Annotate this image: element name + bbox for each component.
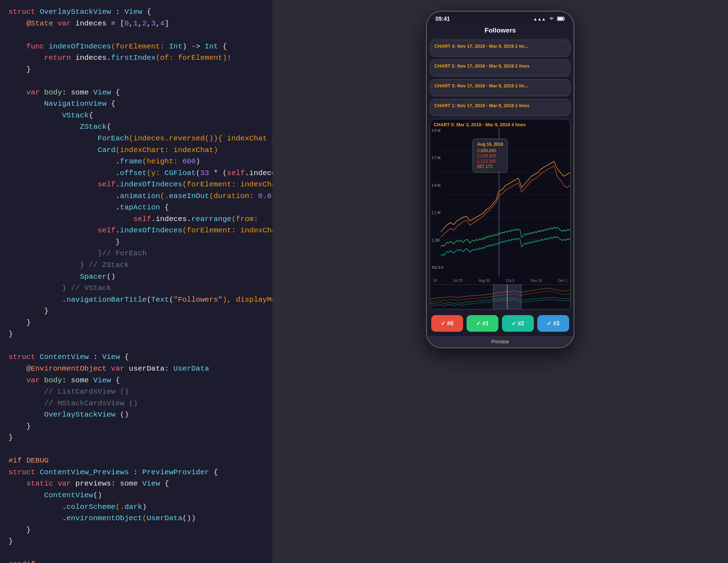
code-line: var body: some View { [8, 87, 264, 99]
code-line: func indexOfIndeces(forElement: Int) -> … [8, 41, 264, 53]
wifi-icon [549, 17, 554, 22]
code-line: Spacer() [8, 271, 264, 283]
chart-card-5-label: CHART 5: Mar 3, 2018 - Mar 9, 2019 4 lin… [430, 119, 570, 128]
code-line [8, 29, 264, 41]
preview-label: Preview [491, 339, 509, 344]
code-line: .navigationBarTitle(Text("Followers"), d… [8, 294, 264, 306]
code-line: self.indeces.rearrange(from: [8, 214, 264, 225]
chart-btn-0[interactable]: ✓ #0 [431, 315, 463, 332]
chart-area[interactable]: 4.5 M 3.7 M 2.9 M 2.1 M 1.2M 431.8 K [430, 128, 570, 277]
code-line: } [8, 432, 264, 444]
x-label-5: Dec 1 [558, 279, 567, 283]
code-line: } [8, 317, 264, 329]
x-label-1: Jul 25 [453, 279, 463, 283]
x-label-3: Oct 5 [506, 279, 515, 283]
code-line [8, 444, 264, 455]
code-line: #endif [8, 559, 264, 563]
status-time: 09:41 [435, 16, 450, 22]
svg-rect-1 [558, 17, 563, 20]
code-line: Card(indexChart: indexChat) [8, 145, 264, 156]
tooltip-val-2: 1,123,360 [477, 159, 503, 164]
nav-bar: Followers [427, 24, 573, 38]
code-line: // ListCardsView () [8, 386, 264, 398]
chart-btn-1[interactable]: ✓ #1 [467, 315, 498, 332]
code-line: struct OverlayStackView : View { [8, 6, 264, 18]
nav-title: Followers [485, 27, 516, 34]
code-line: } [8, 237, 264, 248]
code-line: self.indexOfIndeces(forElement: indexCha… [8, 179, 264, 191]
status-bar: 09:41 ▲▲▲ [427, 12, 573, 24]
signal-icon: ▲▲▲ [533, 17, 546, 22]
code-line: struct ContentView : View { [8, 352, 264, 363]
mini-timeline[interactable] [430, 284, 570, 309]
code-line: .animation(.easeInOut(duration: 0.6)) [8, 191, 264, 202]
tooltip-val-1: 1,539,906 [477, 153, 503, 158]
code-line: VStack{ [8, 110, 264, 122]
code-line: .colorScheme(.dark) [8, 501, 264, 513]
code-line [8, 547, 264, 559]
code-line: @State var indeces = [0,1,2,3,4] [8, 18, 264, 30]
chart-card-3[interactable]: CHART 3: Nov 17, 2018 - Mar 8, 2019 2 li… [430, 79, 571, 96]
tooltip-date: Aug 16, 2018 [477, 142, 503, 147]
code-line: // HStackCardsView () [8, 398, 264, 410]
x-axis-labels: 19 Jul 25 Aug 30 Oct 5 Nov 10 Dec 1 [430, 277, 570, 284]
code-line: .environmentObject(UserData()) [8, 513, 264, 524]
code-line: } [8, 421, 264, 433]
code-line: }// ForEach [8, 248, 264, 260]
chart-card-5[interactable]: CHART 5: Mar 3, 2018 - Mar 9, 2019 4 lin… [430, 119, 571, 309]
bottom-buttons: ✓ #0 ✓ #1 ✓ #2 ✓ #3 [427, 312, 573, 336]
code-line: } [8, 524, 264, 536]
x-label-2: Aug 30 [479, 279, 490, 283]
code-panel: struct OverlayStackView : View { @State … [0, 0, 272, 563]
chart-card-2[interactable]: CHART 2: Nov 17, 2018 - Mar 8, 2019 2 li… [430, 59, 571, 76]
code-line: OverlayStackView () [8, 409, 264, 421]
code-line: } [8, 306, 264, 317]
chart-btn-2[interactable]: ✓ #2 [502, 315, 534, 332]
code-line: } // VStack [8, 283, 264, 294]
code-line: } [8, 536, 264, 547]
chart-card-4[interactable]: CHART 4: Nov 17, 2018 - Mar 8, 2019 2 li… [430, 40, 571, 57]
code-line: } [8, 64, 264, 76]
x-label-4: Nov 10 [531, 279, 542, 283]
chart-card-1-label: CHART 1: Nov 17, 2018 - Mar 8, 2019 2 li… [434, 103, 566, 108]
code-line: } // ZStack [8, 260, 264, 271]
chart-card-1[interactable]: CHART 1: Nov 17, 2018 - Mar 8, 2019 2 li… [430, 99, 571, 116]
chart-btn-3[interactable]: ✓ #3 [537, 315, 569, 332]
code-line: .tapAction { [8, 202, 264, 214]
phone-panel: 09:41 ▲▲▲ Followers CHART 4: Nov 17, 201… [272, 0, 728, 563]
code-line: static var previews: some View { [8, 478, 264, 490]
code-line: #if DEBUG [8, 455, 264, 467]
chart-card-2-label: CHART 2: Nov 17, 2018 - Mar 8, 2019 2 li… [434, 63, 566, 69]
code-line: self.indexOfIndeces(forElement: indexCha… [8, 225, 264, 237]
code-line: var body: some View { [8, 375, 264, 387]
chart-card-4-label: CHART 4: Nov 17, 2018 - Mar 8, 2019 2 li… [434, 43, 566, 49]
code-line: ForEach(indeces.reversed()){ indexChat i… [8, 133, 264, 145]
code-line: ZStack{ [8, 121, 264, 133]
cards-stack[interactable]: CHART 4: Nov 17, 2018 - Mar 8, 2019 2 li… [427, 38, 573, 312]
phone-frame: 09:41 ▲▲▲ Followers CHART 4: Nov 17, 201… [426, 11, 574, 348]
code-content: struct OverlayStackView : View { @State … [8, 6, 264, 563]
chart-card-3-label: CHART 3: Nov 17, 2018 - Mar 8, 2019 2 li… [434, 83, 566, 88]
x-label-0: 19 [433, 279, 437, 283]
tooltip-val-0: 2,689,880 [477, 148, 503, 153]
code-line [8, 75, 264, 87]
tooltip: Aug 16, 2018 2,689,880 1,539,906 1,123,3… [473, 139, 508, 173]
code-line: NavigationView { [8, 98, 264, 110]
preview-bar: Preview [427, 336, 573, 347]
status-icons: ▲▲▲ [533, 17, 565, 22]
code-line [8, 340, 264, 352]
code-line: return indeces.firstIndex(of: forElement… [8, 52, 264, 64]
battery-icon [557, 17, 565, 22]
code-line: .frame(height: 600) [8, 156, 264, 168]
code-line: @EnvironmentObject var userData: UserDat… [8, 363, 264, 375]
mini-chart-svg [430, 285, 570, 309]
tooltip-val-3: 557,172 [477, 164, 503, 169]
code-line: struct ContentView_Previews : PreviewPro… [8, 467, 264, 478]
code-line: ContentView() [8, 490, 264, 501]
code-line: } [8, 329, 264, 340]
code-line: .offset(y: CGFloat(33 * (self.indeces.co… [8, 168, 264, 179]
